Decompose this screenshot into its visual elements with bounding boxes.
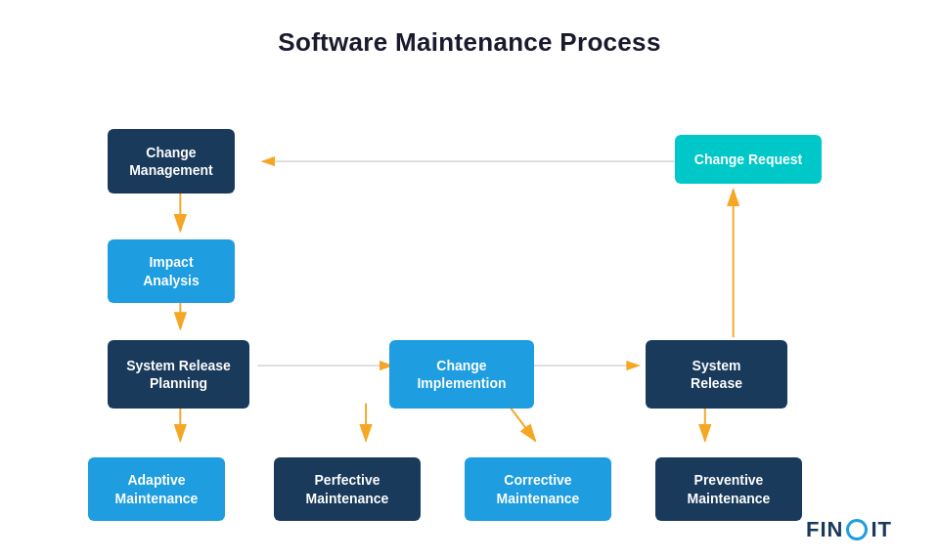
adaptive-maintenance-box: AdaptiveMaintenance [88,457,225,521]
system-release-planning-box: System ReleasePlanning [108,340,249,409]
page-title: Software Maintenance Process [0,0,939,58]
logo: FIN IT [806,517,892,542]
change-implemention-box: ChangeImplemention [389,340,534,409]
diagram: Change Management Change Request ImpactA… [59,88,880,521]
perfective-maintenance-box: PerfectiveMaintenance [274,457,421,521]
system-release-box: SystemRelease [646,340,787,409]
preventive-maintenance-box: PreventiveMaintenance [655,457,802,521]
change-request-box: Change Request [675,135,822,184]
logo-circle-icon [846,519,868,540]
change-management-box: Change Management [108,129,235,194]
impact-analysis-box: ImpactAnalysis [108,239,235,303]
logo-it: IT [871,517,892,542]
corrective-maintenance-box: CorrectiveMaintenance [465,457,611,521]
page: Software Maintenance Process [0,0,939,560]
svg-line-11 [508,404,536,442]
logo-fin: FIN [806,517,843,542]
